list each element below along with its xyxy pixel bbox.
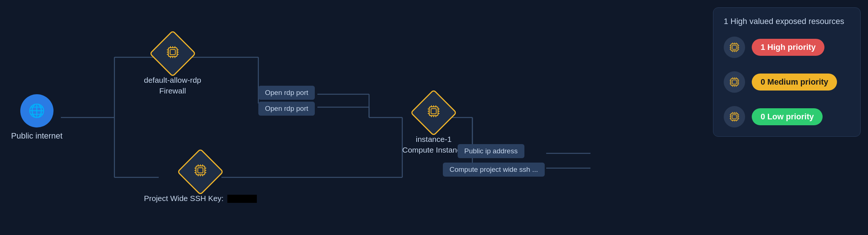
panel-title: 1 High valued exposed resources [724,17,850,26]
main-container: 🌐 Public internet default-allow-rdp Fire… [0,0,868,235]
right-panel: 1 High valued exposed resources 1 High p… [713,7,861,137]
ssh-key-diamond [177,148,224,195]
rdp-tag-1: Open rdp port [258,86,315,100]
low-priority-badge: 0 Low priority [752,108,823,125]
svg-rect-75 [731,78,738,85]
public-internet-node: 🌐 Public internet [11,94,62,141]
instance-icon [426,104,441,122]
svg-rect-61 [731,44,738,51]
firewall-icon [165,45,180,62]
public-internet-icon: 🌐 [20,94,54,127]
firewall-diamond [149,30,196,77]
panel-row-medium: 0 Medium priority [724,71,850,93]
ssh-key-node: Project Wide SSH Key: [144,155,257,204]
rdp-tag-2: Open rdp port [258,102,315,116]
svg-rect-62 [732,45,736,49]
compute-ssh-tag: Compute project wide ssh ... [443,163,545,177]
panel-row-high: 1 High priority [724,37,850,58]
high-priority-badge: 1 High priority [752,39,824,56]
firewall-label: default-allow-rdp Firewall [144,75,201,96]
svg-rect-33 [196,166,205,175]
panel-icon-medium [724,71,745,93]
svg-rect-76 [732,80,736,84]
firewall-node: default-allow-rdp Firewall [144,37,201,96]
svg-rect-34 [198,168,203,173]
panel-row-low: 0 Low priority [724,106,850,127]
ssh-key-label: Project Wide SSH Key: [144,193,257,204]
instance-node: instance-1 Compute Instance [402,96,465,156]
panel-icon-high [724,37,745,58]
svg-rect-19 [168,48,177,57]
public-ip-tag: Public ip address [458,144,524,158]
instance-diamond [410,89,457,136]
svg-rect-48 [431,109,436,114]
public-internet-label: Public internet [11,131,62,141]
svg-rect-47 [429,107,438,116]
ssh-key-icon [193,163,208,181]
redacted-value [227,195,257,203]
svg-rect-90 [732,115,736,119]
medium-priority-badge: 0 Medium priority [752,74,837,91]
panel-icon-low [724,106,745,127]
instance-label: instance-1 Compute Instance [402,134,465,156]
svg-rect-20 [170,50,175,55]
svg-rect-89 [731,113,738,120]
